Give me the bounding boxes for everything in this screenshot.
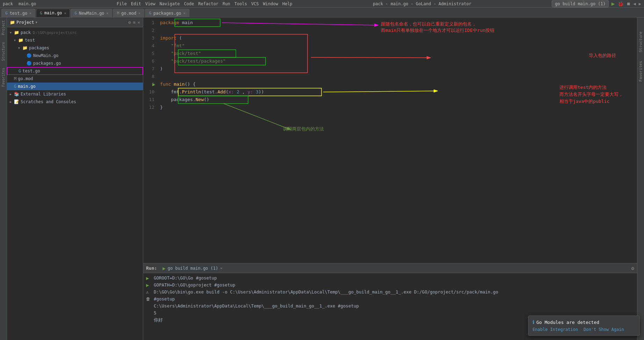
- annotation-two-layer: 调用两层包内的方法: [283, 126, 324, 132]
- tree-item-test-go[interactable]: G test.go: [7, 67, 143, 75]
- menu-navigate[interactable]: Navigate: [160, 1, 180, 6]
- code-line-11: packages.New(): [160, 96, 634, 104]
- tree-arrow-scratches: ▶: [10, 100, 14, 104]
- stop-button[interactable]: ⏹: [627, 1, 631, 6]
- tab-main-go[interactable]: G main.go ✕: [36, 9, 70, 17]
- menu-code[interactable]: Code: [184, 1, 194, 6]
- close-panel-icon[interactable]: ✕: [138, 20, 140, 25]
- tree-label-newmain: NewMain.go: [33, 53, 58, 58]
- tree-label-go-mod: go.mod: [18, 76, 33, 81]
- notification-title-row: ℹ Go Modules are detected: [533, 319, 635, 325]
- pkg-test: test: [204, 88, 215, 96]
- tab-newmain-go-close[interactable]: ✕: [106, 11, 108, 15]
- run-settings-icon[interactable]: ⚙: [631, 265, 634, 271]
- chevron-down-icon[interactable]: ▼: [36, 21, 37, 24]
- back-button[interactable]: ◀: [634, 1, 636, 6]
- editor-column: 1 2 3 4 5 6 7 8 9 10 11 12 package main: [143, 17, 637, 340]
- tab-go-mod[interactable]: M go.mod ✕: [113, 9, 144, 17]
- gear-icon[interactable]: ⚙: [631, 265, 634, 271]
- paren-open: (: [179, 34, 182, 42]
- app-pack-label: pack: [3, 1, 13, 6]
- run-gutter-arrow[interactable]: ▶: [152, 80, 155, 88]
- menu-bar: File Edit View Navigate Code Refactor Ru…: [117, 1, 292, 6]
- code-line-4: "fmt": [160, 42, 634, 50]
- debug-button[interactable]: 🐞: [618, 1, 624, 7]
- pkg-fmt: fmt: [171, 88, 179, 96]
- str-fmt: "fmt": [171, 42, 184, 50]
- tree-item-packages-go[interactable]: 🔵 packages.go: [7, 59, 143, 67]
- code-area[interactable]: package main import ( "fmt" "pack/test": [157, 17, 637, 113]
- menu-run[interactable]: Run: [223, 1, 230, 6]
- tab-newmain-go-label: NewMain.go: [79, 11, 104, 16]
- tab-newmain-go-icon: G: [74, 11, 77, 15]
- side-tab-project[interactable]: Project: [1, 20, 5, 35]
- forward-button[interactable]: ▶: [639, 1, 641, 6]
- tree-item-scratches[interactable]: ▶ 📝 Scratches and Consoles: [7, 98, 143, 106]
- tree-label-pack: pack: [21, 30, 31, 35]
- run-tab-label: go build main.go (1): [168, 266, 218, 271]
- tab-test-go-label: test.go: [10, 11, 28, 16]
- menu-window[interactable]: Window: [263, 1, 278, 6]
- packages-file-icon: 🔵: [27, 61, 32, 66]
- tree-item-test[interactable]: ▼ 📁 test: [7, 36, 143, 44]
- tab-packages-go[interactable]: G packages.go ✕: [145, 9, 189, 17]
- collapse-icon[interactable]: ≡: [133, 20, 136, 25]
- tree-item-pack[interactable]: ▼ 📁 pack D:\GO\goproject\src: [7, 29, 143, 36]
- tree-arrow-packages: ▼: [18, 47, 22, 50]
- settings-cog-icon[interactable]: ⚙: [128, 20, 131, 25]
- run-tab-icon: ▶: [162, 265, 165, 271]
- code-editor[interactable]: 1 2 3 4 5 6 7 8 9 10 11 12 package main: [143, 17, 637, 263]
- menu-edit[interactable]: Edit: [131, 1, 141, 6]
- menu-view[interactable]: View: [145, 1, 155, 6]
- menu-tools[interactable]: Tools: [234, 1, 247, 6]
- run-text-3: D:\GO\Go\bin\go.exe build -o C:\Users\Ad…: [154, 289, 498, 296]
- newmain-file-icon: 🔵: [27, 53, 32, 58]
- tree-item-go-mod[interactable]: M go.mod: [7, 75, 143, 83]
- menu-refactor[interactable]: Refactor: [198, 1, 218, 6]
- tree-label-test-go: test.go: [22, 69, 40, 73]
- tab-newmain-go[interactable]: G NewMain.go ✕: [71, 9, 112, 17]
- right-tab-structure[interactable]: Structure: [638, 31, 643, 52]
- run-button[interactable]: ▶: [612, 0, 615, 7]
- right-tab-favorites[interactable]: Favorites: [638, 61, 643, 82]
- build-config[interactable]: go build main.go (1): [552, 0, 609, 7]
- side-tab-structure[interactable]: Structure: [1, 42, 5, 61]
- side-tab-favorites[interactable]: Favorites: [1, 68, 5, 87]
- run-text-4: #gosetup: [154, 296, 175, 303]
- enable-integration-button[interactable]: Enable Integration: [533, 327, 578, 332]
- tab-test-go-close[interactable]: ✕: [29, 11, 31, 15]
- project-header-icons: ⚙ ≡ ✕: [128, 20, 140, 25]
- tab-main-go-close[interactable]: ✕: [64, 11, 66, 15]
- run-line-1: ▶ GOROOT=D:\GO\Go #gosetup: [146, 275, 634, 282]
- dont-show-again-button[interactable]: Don't Show Again: [584, 327, 624, 332]
- tree-item-newmain[interactable]: 🔵 NewMain.go: [7, 52, 143, 59]
- tab-test-go-icon: G: [5, 11, 8, 15]
- kw-package: package: [160, 19, 179, 27]
- code-line-3: import (: [160, 34, 634, 42]
- run-text-5: C:\Users\Administrator\AppData\Local\Tem…: [154, 303, 359, 310]
- fn-add: Add: [217, 88, 225, 96]
- fn-println: Println: [182, 88, 201, 96]
- tree-item-external-libs[interactable]: ▶ 📚 External Libraries: [7, 90, 143, 98]
- tab-go-mod-close[interactable]: ✕: [138, 11, 140, 15]
- editor-tab-bar: G test.go ✕ G main.go ✕ G NewMain.go ✕ M…: [0, 8, 644, 17]
- run-label: Run:: [146, 265, 157, 271]
- window-title: pack - main.go - GoLand - Administrator: [373, 1, 471, 6]
- menu-vcs[interactable]: VCS: [251, 1, 259, 6]
- main-go-file-icon: G: [14, 84, 16, 89]
- param-y-label: y:: [248, 88, 253, 96]
- tree-item-main-go[interactable]: G main.go: [7, 83, 143, 90]
- tab-packages-go-close[interactable]: ✕: [183, 11, 186, 15]
- tree-item-packages[interactable]: ▼ 📁 packages: [7, 44, 143, 52]
- run-text-7: 你好: [154, 317, 163, 324]
- run-tab[interactable]: ▶ go build main.go (1) ✕: [160, 263, 225, 273]
- run-text-2: GOPATH=D:\GO\goproject #gosetup: [154, 282, 235, 289]
- tree-label-scratches: Scratches and Consoles: [21, 99, 76, 104]
- tab-packages-go-icon: G: [149, 11, 151, 15]
- menu-help[interactable]: Help: [282, 1, 292, 6]
- app-file-label: main.go: [19, 1, 36, 6]
- tab-test-go[interactable]: G test.go ✕: [1, 9, 35, 17]
- run-tab-close[interactable]: ✕: [220, 266, 222, 270]
- menu-file[interactable]: File: [117, 1, 127, 6]
- tree-label-packages: packages: [29, 45, 49, 50]
